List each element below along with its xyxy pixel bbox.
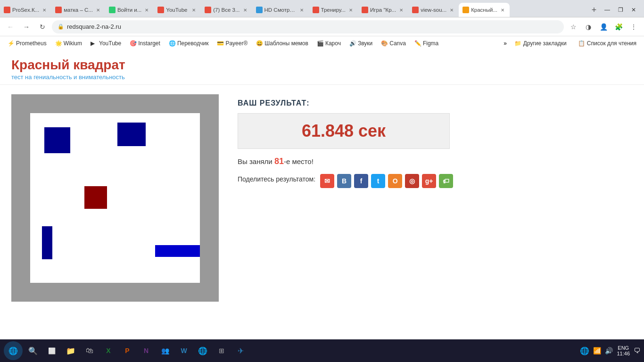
telegram-button[interactable]: ✈ <box>232 342 249 359</box>
store-button[interactable]: 🛍 <box>81 342 98 359</box>
bookmark-item-9[interactable]: 🎨Canva <box>377 39 410 48</box>
bookmark-favicon-7: 🎬 <box>317 40 323 47</box>
share-icon-tw[interactable]: t <box>371 174 385 188</box>
new-tab-button[interactable]: + <box>587 3 601 16</box>
reload-button[interactable]: ↻ <box>36 20 49 33</box>
taskbar-search-icon: 🔍 <box>28 346 38 355</box>
reading-list-button[interactable]: 📋 Список для чтения <box>574 39 640 48</box>
reading-list-icon: 📋 <box>578 40 585 47</box>
profile-button[interactable]: 👤 <box>597 20 610 33</box>
tab-close-treniru[interactable]: ✕ <box>347 7 354 13</box>
system-clock: ENG 11:46 <box>617 345 630 356</box>
tab-youtube[interactable]: YouTube ✕ <box>154 3 201 17</box>
tab-smotret[interactable]: HD Смотре... ✕ <box>252 3 309 17</box>
teams-icon: 👥 <box>161 347 169 354</box>
results-area: ВАШ РЕЗУЛЬТАТ: 61.848 сек Вы заняли 81-е… <box>238 94 633 302</box>
back-button[interactable]: ← <box>4 20 17 33</box>
tab-close-prosex[interactable]: ✕ <box>41 7 48 13</box>
tab-viewsou[interactable]: view-sou... ✕ <box>408 3 459 17</box>
result-label: ВАШ РЕЗУЛЬТАТ: <box>238 99 633 107</box>
tab-prosex[interactable]: ProSex.К... ✕ <box>0 3 51 17</box>
bookmark-item-6[interactable]: 😄Шаблоны мемов <box>252 39 312 48</box>
tab-voiti[interactable]: Войти и... ✕ <box>105 3 154 17</box>
red-square[interactable] <box>84 186 107 209</box>
tab-close-krasni[interactable]: ✕ <box>499 7 506 13</box>
tab-close-seven[interactable]: ✕ <box>242 7 248 13</box>
bookmark-favicon-1: 🌟 <box>55 40 62 47</box>
bookmark-item-8[interactable]: 🔊Звуки <box>346 39 376 48</box>
forward-button[interactable]: → <box>20 20 33 33</box>
bookmark-item-0[interactable]: ⚡Prometheus <box>4 39 50 48</box>
word-button[interactable]: W <box>175 342 192 359</box>
bookmark-item-5[interactable]: 💳Payeer® <box>213 39 251 48</box>
tab-close-viewsou[interactable]: ✕ <box>448 7 455 13</box>
task-view-button[interactable]: ⬜ <box>43 342 60 359</box>
bookmark-item-1[interactable]: 🌟Wikium <box>51 39 86 48</box>
wifi-icon: 📶 <box>593 347 601 354</box>
tab-close-youtube[interactable]: ✕ <box>190 7 197 13</box>
page-title: Красный квадрат <box>11 58 633 73</box>
bookmark-item-10[interactable]: ✏️Figma <box>411 39 442 48</box>
menu-button[interactable]: ⋮ <box>627 20 640 33</box>
game-area[interactable] <box>11 94 219 302</box>
share-icon-inst[interactable]: ◎ <box>405 174 419 188</box>
bookmark-favicon-3: 🎯 <box>130 40 136 47</box>
bookmark-item-4[interactable]: 🌐Переводчик <box>165 39 213 48</box>
chrome-button[interactable]: 🌐 <box>194 342 211 359</box>
tab-seven[interactable]: (7) Все 3... ✕ <box>201 3 252 17</box>
chrome-icon: 🌐 <box>198 346 207 355</box>
teams-button[interactable]: 👥 <box>157 342 173 359</box>
theme-button[interactable]: ◑ <box>582 20 595 33</box>
excel-button[interactable]: X <box>100 342 117 359</box>
share-icon-vk[interactable]: В <box>337 174 351 188</box>
tab-close-igra[interactable]: ✕ <box>398 7 405 13</box>
share-icon-ok[interactable]: О <box>388 174 402 188</box>
taskbar-icon-2: ⊞ <box>219 347 224 354</box>
minimize-button[interactable]: — <box>601 3 614 16</box>
bookmark-item-7[interactable]: 🎬Кароч <box>313 39 345 48</box>
powerpoint-button[interactable]: P <box>119 342 136 359</box>
file-explorer-button[interactable]: 📁 <box>62 342 79 359</box>
onenote-button[interactable]: N <box>138 342 155 359</box>
blue-square-2 <box>117 123 146 146</box>
tab-close-matka[interactable]: ✕ <box>95 7 101 13</box>
bookmarks-bar: ⚡Prometheus🌟Wikium▶YouTube🎯Instarget🌐Пер… <box>0 36 644 50</box>
page-content: Красный квадрат тест на гениальность и в… <box>0 50 644 339</box>
share-row: Поделитесь результатом: ✉ВftО◎g+🏷 <box>238 174 633 188</box>
window-controls: — ❐ ✕ <box>601 3 644 16</box>
tab-igra[interactable]: Игра "Кр... ✕ <box>358 3 408 17</box>
more-bookmarks[interactable]: » <box>504 40 507 47</box>
volume-icon: 🔊 <box>605 347 613 354</box>
tab-treniru[interactable]: Трениру... ✕ <box>309 3 358 17</box>
share-icon-mail[interactable]: ✉ <box>320 174 334 188</box>
tab-close-voiti[interactable]: ✕ <box>143 7 150 13</box>
tab-favicon-treniru <box>313 7 319 13</box>
bookmark-item-3[interactable]: 🎯Instarget <box>126 39 164 48</box>
browser-frame: ProSex.К... ✕ матка – С... ✕ Войти и... … <box>0 0 644 362</box>
bookmark-star-button[interactable]: ☆ <box>567 20 580 33</box>
extensions-button[interactable]: 🧩 <box>612 20 625 33</box>
tab-label-igra: Игра "Кр... <box>370 7 396 13</box>
tab-favicon-matka <box>55 7 62 13</box>
tab-close-smotret[interactable]: ✕ <box>298 7 305 13</box>
tab-favicon-smotret <box>256 7 263 13</box>
blue-square-3 <box>42 226 52 259</box>
search-button[interactable]: 🔍 <box>25 342 41 359</box>
close-button[interactable]: ✕ <box>627 3 640 16</box>
share-icon-tag[interactable]: 🏷 <box>439 174 453 188</box>
tab-krasni[interactable]: Красный... ✕ <box>459 3 510 17</box>
share-icon-gp[interactable]: g+ <box>422 174 436 188</box>
other-bookmarks-button[interactable]: 📁 Другие закладки <box>511 39 570 48</box>
tab-matka[interactable]: матка – С... ✕ <box>51 3 105 17</box>
share-icon-fb[interactable]: f <box>354 174 368 188</box>
bookmark-favicon-2: ▶ <box>91 40 97 47</box>
notification-icon[interactable]: 🗨 <box>634 347 640 354</box>
address-bar[interactable]: 🔒 redsquare.2-na-2.ru <box>52 20 564 33</box>
nav-bar: ← → ↻ 🔒 redsquare.2-na-2.ru ☆ ◑ 👤 🧩 ⋮ <box>0 17 644 36</box>
tab-favicon-seven <box>205 7 211 13</box>
windows-btn2[interactable]: ⊞ <box>213 342 230 359</box>
start-button[interactable]: 🌐 <box>4 341 23 360</box>
bookmark-item-2[interactable]: ▶YouTube <box>87 39 125 48</box>
maximize-button[interactable]: ❐ <box>614 3 627 16</box>
tab-favicon-viewsou <box>412 7 419 13</box>
